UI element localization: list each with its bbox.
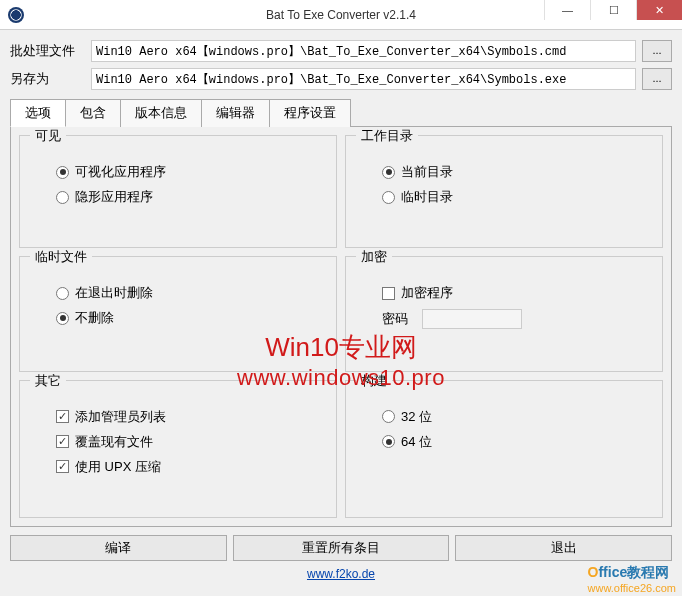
group-tempfiles-legend: 临时文件 — [30, 248, 92, 266]
radio-visual-app[interactable]: 可视化应用程序 — [56, 163, 318, 181]
compile-button[interactable]: 编译 — [10, 535, 227, 561]
radio-64bit[interactable]: 64 位 — [382, 433, 644, 451]
tab-settings[interactable]: 程序设置 — [269, 99, 351, 127]
saveas-input[interactable] — [91, 68, 636, 90]
checkbox-label: 加密程序 — [401, 284, 453, 302]
group-encrypt: 加密 加密程序 密码 — [345, 256, 663, 371]
group-workdir-legend: 工作目录 — [356, 127, 418, 145]
radio-label: 64 位 — [401, 433, 432, 451]
radio-icon — [56, 166, 69, 179]
radio-no-delete[interactable]: 不删除 — [56, 309, 318, 327]
radio-label: 在退出时删除 — [75, 284, 153, 302]
tab-version[interactable]: 版本信息 — [120, 99, 202, 127]
radio-temp-dir[interactable]: 临时目录 — [382, 188, 644, 206]
radio-current-dir[interactable]: 当前目录 — [382, 163, 644, 181]
group-visible: 可见 可视化应用程序 隐形应用程序 — [19, 135, 337, 248]
group-other-legend: 其它 — [30, 372, 66, 390]
radio-delete-on-exit[interactable]: 在退出时删除 — [56, 284, 318, 302]
group-build: 构建 32 位 64 位 — [345, 380, 663, 518]
titlebar: Bat To Exe Converter v2.1.4 — ☐ ✕ — [0, 0, 682, 30]
footer-link-text: www.f2ko.de — [307, 567, 375, 581]
radio-label: 临时目录 — [401, 188, 453, 206]
password-label: 密码 — [382, 310, 408, 328]
group-tempfiles: 临时文件 在退出时删除 不删除 — [19, 256, 337, 371]
window-controls: — ☐ ✕ — [544, 0, 682, 29]
checkbox-upx[interactable]: 使用 UPX 压缩 — [56, 458, 318, 476]
checkbox-label: 覆盖现有文件 — [75, 433, 153, 451]
checkbox-icon — [382, 287, 395, 300]
checkbox-admin[interactable]: 添加管理员列表 — [56, 408, 318, 426]
radio-icon — [382, 191, 395, 204]
radio-icon — [382, 410, 395, 423]
checkbox-icon — [56, 410, 69, 423]
checkbox-icon — [56, 460, 69, 473]
maximize-button[interactable]: ☐ — [590, 0, 636, 20]
minimize-button[interactable]: — — [544, 0, 590, 20]
group-build-legend: 构建 — [356, 372, 392, 390]
saveas-label: 另存为 — [10, 70, 85, 88]
tab-include[interactable]: 包含 — [65, 99, 121, 127]
radio-icon — [56, 287, 69, 300]
app-icon — [8, 7, 24, 23]
group-visible-legend: 可见 — [30, 127, 66, 145]
password-input[interactable] — [422, 309, 522, 329]
tab-options[interactable]: 选项 — [10, 99, 66, 127]
tab-panel-options: 可见 可视化应用程序 隐形应用程序 工作目录 当前目录 临时 — [10, 127, 672, 527]
radio-32bit[interactable]: 32 位 — [382, 408, 644, 426]
tab-bar: 选项 包含 版本信息 编辑器 程序设置 — [10, 98, 672, 127]
batch-file-label: 批处理文件 — [10, 42, 85, 60]
radio-label: 隐形应用程序 — [75, 188, 153, 206]
radio-label: 不删除 — [75, 309, 114, 327]
window-title: Bat To Exe Converter v2.1.4 — [266, 8, 416, 22]
group-workdir: 工作目录 当前目录 临时目录 — [345, 135, 663, 248]
batch-file-input[interactable] — [91, 40, 636, 62]
content-area: 批处理文件 ... 另存为 ... 选项 包含 版本信息 编辑器 程序设置 可见… — [0, 30, 682, 596]
radio-invisible-app[interactable]: 隐形应用程序 — [56, 188, 318, 206]
checkbox-encrypt[interactable]: 加密程序 — [382, 284, 644, 302]
saveas-browse-button[interactable]: ... — [642, 68, 672, 90]
checkbox-icon — [56, 435, 69, 448]
batch-browse-button[interactable]: ... — [642, 40, 672, 62]
tab-editor[interactable]: 编辑器 — [201, 99, 270, 127]
bottom-buttons: 编译 重置所有条目 退出 — [10, 535, 672, 561]
radio-icon — [382, 435, 395, 448]
radio-label: 当前目录 — [401, 163, 453, 181]
radio-icon — [56, 191, 69, 204]
reset-button[interactable]: 重置所有条目 — [233, 535, 450, 561]
checkbox-label: 使用 UPX 压缩 — [75, 458, 161, 476]
exit-button[interactable]: 退出 — [455, 535, 672, 561]
saveas-row: 另存为 ... — [10, 68, 672, 90]
checkbox-label: 添加管理员列表 — [75, 408, 166, 426]
radio-icon — [382, 166, 395, 179]
radio-icon — [56, 312, 69, 325]
group-encrypt-legend: 加密 — [356, 248, 392, 266]
radio-label: 可视化应用程序 — [75, 163, 166, 181]
close-button[interactable]: ✕ — [636, 0, 682, 20]
radio-label: 32 位 — [401, 408, 432, 426]
group-other: 其它 添加管理员列表 覆盖现有文件 使用 UPX 压缩 — [19, 380, 337, 518]
footer-link[interactable]: www.f2ko.de — [10, 567, 672, 581]
checkbox-overwrite[interactable]: 覆盖现有文件 — [56, 433, 318, 451]
batch-file-row: 批处理文件 ... — [10, 40, 672, 62]
password-row: 密码 — [382, 309, 644, 329]
